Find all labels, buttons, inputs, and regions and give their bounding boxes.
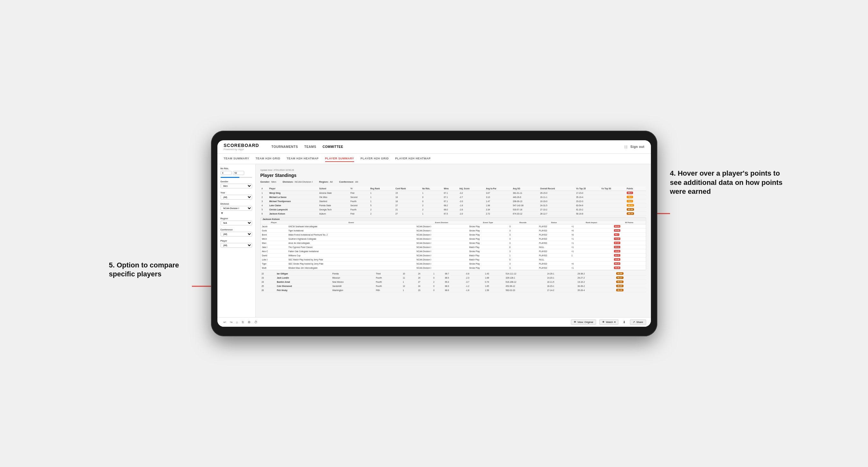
cell-avg-sg: 616-168-12 (504, 280, 546, 284)
cell-points[interactable]: 60.49 (625, 208, 646, 212)
exp-cell-rounds: 3 (508, 224, 538, 228)
cell-school: New Mexico (331, 280, 375, 284)
no-rds-row: No Rds. (221, 167, 252, 169)
exp-cell-w-points: 73.23 (613, 237, 646, 241)
section-title: Player Standings (260, 173, 646, 178)
cell-yr: Fourth (349, 199, 369, 204)
expanded-col-header: Player (261, 221, 287, 224)
logo-area: SCOREBOARD Powered by clippi (224, 143, 262, 151)
exp-cell-event: SEC Stroke Play hosted by Jerry Pate (287, 262, 415, 266)
filter-row: Gender: Men Division: NCAA Division I Re… (260, 180, 646, 183)
undo-button[interactable]: ↩ (222, 320, 227, 324)
exp-cell-rounds: 3 (508, 237, 538, 241)
exp-cell-event: Fallen Oak Collegiate Invitational (287, 249, 415, 253)
no-rds-max-input[interactable] (233, 171, 244, 175)
col-overall: Overall Record (539, 186, 575, 191)
col-vs-top50: Vs Top 50 (600, 186, 625, 191)
logo-text: SCOREBOARD (224, 143, 262, 148)
nav-tournaments[interactable]: TOURNAMENTS (272, 144, 298, 150)
subnav-team-summary[interactable]: TEAM SUMMARY (224, 156, 249, 162)
division-label: Division (221, 203, 252, 205)
cell-school: Florida State (318, 204, 349, 208)
exp-cell-w-points: 46.40 (613, 266, 646, 270)
gender-select[interactable]: Men Women (221, 184, 252, 188)
cell-adj-score: -2.6 (458, 208, 485, 212)
cell-avg-to-par: 3.10 (485, 195, 511, 199)
exp-cell-rank-impact (570, 257, 613, 262)
watch-button[interactable]: 👁 Watch ▾ (599, 319, 618, 325)
subnav-player-h2h-heatmap[interactable]: PLAYER H2H HEATMAP (395, 156, 431, 162)
cell-no-rds: 0 (432, 276, 444, 280)
cell-points[interactable]: 40.02 (615, 280, 646, 284)
cell-points[interactable]: 68.34 (625, 204, 646, 208)
exp-cell-rounds: 3 (508, 266, 538, 270)
exp-cell-type: Match Play (468, 253, 508, 257)
cell-points[interactable]: 88.2 (625, 191, 646, 195)
player-select[interactable]: (All) (221, 243, 252, 248)
cell-adj-score: -2.0 (458, 212, 485, 216)
cell-wins: 69.4 (444, 280, 464, 284)
cell-vs-top50 (607, 280, 615, 284)
exp-cell-type: Stroke Play (468, 237, 508, 241)
cell-wins: 67.1 (442, 199, 458, 204)
cell-vs-top25: 35-26-4 (576, 288, 607, 292)
export-button[interactable]: ⬇ (622, 320, 627, 324)
subnav-team-h2h-grid[interactable]: TEAM H2H GRID (256, 156, 280, 162)
share-button[interactable]: ↗ Share (630, 319, 646, 325)
cell-points[interactable]: 38.49 (615, 288, 646, 292)
exp-cell-rounds: 3 (508, 241, 538, 245)
clock-button[interactable]: ⏱ (253, 320, 259, 324)
exp-cell-event: Wake Forest Invitational at Pinehurst No… (287, 233, 415, 237)
cell-overall: 27-10-2 (539, 208, 575, 212)
cell-overall: 17-14-2 (546, 288, 576, 292)
cell-rank: 1 (260, 191, 268, 195)
subnav-team-h2h-heatmap[interactable]: TEAM H2H HEATMAP (286, 156, 318, 162)
cell-player: Cole Sherwood (275, 284, 331, 288)
division-expand-button[interactable]: ▼ (221, 211, 224, 215)
cell-wins: 88.5 (444, 276, 464, 280)
cell-points[interactable]: 40.27 (615, 276, 646, 280)
cell-avg-to-par: 1.43 (484, 272, 504, 276)
subnav-player-h2h-grid[interactable]: PLAYER H2H GRID (361, 156, 389, 162)
no-rds-min-input[interactable] (221, 171, 232, 175)
cell-conf-rank: 18 (394, 199, 421, 204)
cell-reg-rank: 1 (401, 288, 416, 292)
cell-points[interactable]: 40.68 (615, 272, 646, 276)
redo-button[interactable]: ↪ (228, 320, 234, 324)
exp-cell-event: SEC Match Play hosted by Jerry Pate (287, 257, 415, 262)
subnav-player-summary[interactable]: PLAYER SUMMARY (325, 156, 354, 162)
cell-points[interactable]: 58.18 (625, 212, 646, 216)
cell-points[interactable]: 70.2 (625, 199, 646, 204)
sign-out-button[interactable]: Sign out (630, 144, 645, 150)
division-select[interactable]: NCAA Division I (221, 206, 252, 211)
year-select[interactable]: (All) (221, 195, 252, 199)
nav-teams[interactable]: TEAMS (304, 144, 316, 150)
col-no-rds: No Rds. (421, 186, 443, 191)
copy-button[interactable]: ⎘ (241, 320, 245, 324)
cell-points[interactable]: 76.3 (625, 195, 646, 199)
view-button[interactable]: 👁 View: Original (571, 319, 596, 325)
region-select[interactable]: N/A All (221, 221, 252, 225)
exp-cell-w-points: 34.11 (613, 245, 646, 249)
cell-yr: Fourth (375, 280, 401, 284)
cell-points[interactable]: 38.95 (615, 284, 646, 288)
cell-rank: 23 (260, 276, 276, 280)
exp-cell-rank-impact: +0 (570, 233, 613, 237)
settings-button[interactable]: ⚙ (246, 320, 252, 324)
cell-player: Michael La Sasso (268, 195, 318, 199)
cell-reg-rank: 1 (369, 199, 394, 204)
cell-wins: 88.9 (444, 284, 464, 288)
cell-adj-score: -2.0 (458, 199, 485, 204)
col-points: Points (625, 186, 646, 191)
filter-region: Region: All (319, 180, 333, 183)
cell-rank: 25 (260, 284, 276, 288)
cell-avg-sg: 562-02-23 (504, 288, 546, 292)
home-button[interactable]: ⌂ (235, 320, 239, 324)
cell-yr: First (349, 191, 369, 195)
cell-adj-score: -3.7 (464, 280, 484, 284)
conference-select[interactable]: (All) (221, 232, 252, 237)
nav-committee[interactable]: COMMITTEE (322, 144, 343, 150)
cell-conf-rank: 23 (416, 288, 432, 292)
exp-cell-rank-impact: +0 (570, 262, 613, 266)
exp-cell-type: Stroke Play (468, 249, 508, 253)
